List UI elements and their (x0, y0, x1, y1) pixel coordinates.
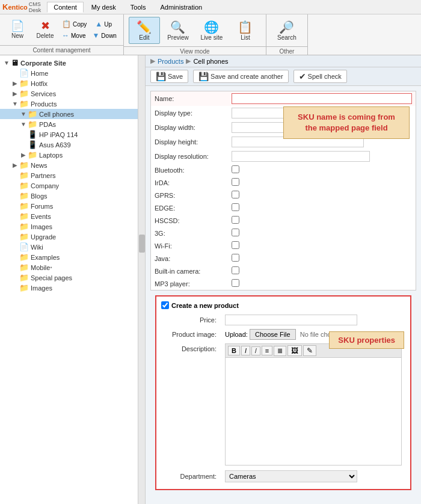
hscsd-row: HSCSD: (151, 214, 416, 227)
upgrade-label: Upgrade (31, 233, 56, 241)
sidebar-item-home[interactable]: 📄 Home (0, 68, 138, 78)
up-button[interactable]: ▲ Up (93, 19, 114, 29)
create-product-row: Create a new product (161, 301, 405, 309)
edge-checkbox-cell (228, 201, 416, 214)
threeg-checkbox[interactable] (232, 229, 239, 236)
move-button[interactable]: ↔ Move (60, 31, 87, 40)
events-icon: 📁 (19, 212, 29, 221)
sidebar-root[interactable]: ▼ 🖥 Corporate Site (0, 58, 138, 68)
choose-file-button[interactable]: Choose File (250, 329, 296, 340)
new-icon: 📄 (11, 20, 24, 31)
tab-tools[interactable]: Tools (124, 2, 153, 13)
sidebar-item-partners[interactable]: 📁 Partners (0, 170, 138, 180)
hscsd-checkbox[interactable] (232, 216, 239, 224)
sidebar-item-events[interactable]: 📁 Events (0, 211, 138, 221)
copy-button[interactable]: 📋 Copy (60, 19, 88, 29)
images-icon: 📁 (19, 222, 29, 231)
sidebar-item-services[interactable]: ▶ 📁 Services (0, 88, 138, 99)
products-toggle[interactable]: ▼ (11, 100, 19, 107)
sidebar-item-asus[interactable]: 📱 Asus A639 (0, 140, 138, 150)
sidebar-item-laptops[interactable]: ▶ 📁 Laptops (0, 150, 138, 160)
sidebar-item-cell-phones[interactable]: ▼ 📁 Cell phones (0, 109, 138, 119)
news-toggle[interactable]: ▶ (11, 162, 19, 168)
sidebar-item-examples[interactable]: 📁 Examples (0, 252, 138, 262)
tab-mydesk[interactable]: My desk (85, 2, 123, 13)
tab-content[interactable]: Content (47, 2, 84, 13)
mp3-player-label: MP3 player: (151, 277, 228, 290)
list-mode-button[interactable]: 📋 List (230, 17, 261, 44)
live-site-label: Live site (201, 34, 223, 41)
new-button[interactable]: 📄 New (5, 17, 30, 42)
spell-check-label: Spell check (308, 73, 342, 80)
preview-mode-button[interactable]: 🔍 Preview (162, 17, 194, 44)
underline-button[interactable]: / (251, 346, 260, 355)
sidebar-item-special-pages[interactable]: 📁 Special pages (0, 272, 138, 283)
name-input[interactable] (232, 93, 412, 104)
home-icon: 📄 (19, 69, 29, 78)
irda-checkbox[interactable] (232, 178, 239, 186)
description-textarea[interactable] (225, 357, 402, 466)
root-toggle[interactable]: ▼ (2, 60, 11, 66)
spell-check-button[interactable]: ✔ Spell check (293, 70, 347, 83)
sidebar-item-forums[interactable]: 📁 Forums (0, 201, 138, 211)
sidebar-item-news[interactable]: ▶ 📁 News (0, 160, 138, 170)
builtin-camera-checkbox[interactable] (232, 266, 239, 274)
italic-button[interactable]: I (241, 346, 250, 355)
laptops-label: Laptops (39, 152, 63, 159)
mp3-player-checkbox[interactable] (232, 279, 239, 287)
insert-image-button[interactable]: 🖼 (287, 345, 302, 356)
unordered-list-button[interactable]: ≣ (274, 346, 286, 356)
bluetooth-row: Bluetooth: (151, 164, 416, 176)
company-icon: 📁 (19, 181, 29, 190)
sidebar-item-upgrade[interactable]: 📁 Upgrade (0, 232, 138, 242)
save-button[interactable]: 💾 Save (150, 70, 188, 83)
insert-link-button[interactable]: ✎ (303, 345, 316, 356)
sidebar-item-wiki[interactable]: 📄 Wiki (0, 242, 138, 252)
sidebar-item-mobile[interactable]: 📁 Mobile • (0, 262, 138, 272)
edge-row: EDGE: (151, 201, 416, 214)
list-icon: 📋 (238, 20, 253, 34)
blogs-label: Blogs (31, 192, 48, 200)
bluetooth-checkbox[interactable] (232, 165, 239, 173)
sidebar-item-products[interactable]: ▼ 📁 Products (0, 99, 138, 109)
edge-checkbox[interactable] (232, 203, 239, 211)
display-resolution-row: Display resolution: (151, 149, 416, 164)
sidebar-item-hotfix[interactable]: ▶ 📁 Hotfix (0, 78, 138, 88)
price-input[interactable] (225, 315, 357, 325)
toolbar-view-mode: ✏️ Edit 🔍 Preview 🌐 Live site 📋 List Vie… (124, 14, 266, 55)
breadcrumb-products[interactable]: Products (158, 58, 183, 65)
live-site-mode-button[interactable]: 🌐 Live site (196, 17, 227, 44)
scroll-thumb[interactable] (139, 235, 145, 253)
wifi-checkbox[interactable] (232, 241, 239, 249)
department-select[interactable]: Cameras Accessories Electronics Mobile (225, 470, 357, 482)
delete-button[interactable]: ✖ Delete (32, 17, 58, 42)
root-icon: 🖥 (11, 58, 19, 67)
search-button[interactable]: 🔎 Search (271, 17, 303, 44)
laptops-toggle[interactable]: ▶ (19, 152, 28, 158)
down-button[interactable]: ▼ Down (90, 31, 118, 40)
sidebar-item-images2[interactable]: 📁 Images (0, 283, 138, 293)
pdas-toggle[interactable]: ▼ (19, 121, 28, 128)
create-product-checkbox[interactable] (161, 301, 169, 309)
tab-administration[interactable]: Administration (154, 2, 209, 13)
java-checkbox[interactable] (232, 254, 239, 262)
display-resolution-input[interactable] (232, 151, 370, 162)
gprs-checkbox[interactable] (232, 191, 239, 198)
sidebar-item-blogs[interactable]: 📁 Blogs (0, 191, 138, 201)
save-and-create-button[interactable]: 💾 Save and create another (193, 70, 288, 83)
ordered-list-button[interactable]: ≡ (262, 346, 272, 355)
edit-mode-button[interactable]: ✏️ Edit (129, 17, 160, 44)
sidebar-item-pdas[interactable]: ▼ 📁 PDAs (0, 119, 138, 129)
sidebar-item-company[interactable]: 📁 Company (0, 180, 138, 191)
bold-button[interactable]: B (228, 346, 240, 355)
sidebar-item-images[interactable]: 📁 Images (0, 221, 138, 232)
sidebar-item-hp-ipaq[interactable]: 📱 HP iPAQ 114 (0, 129, 138, 140)
hotfix-toggle[interactable]: ▶ (11, 80, 19, 87)
sku-props-text: SKU properties (338, 336, 395, 345)
builtin-camera-label: Built-in camera: (151, 265, 228, 277)
cell-phones-toggle[interactable]: ▼ (19, 111, 28, 117)
logo-kentico: K (2, 2, 8, 11)
services-toggle[interactable]: ▶ (11, 90, 19, 97)
irda-checkbox-cell (228, 176, 416, 189)
sku-name-tooltip: SKU name is coming from the mapped page … (283, 106, 410, 139)
